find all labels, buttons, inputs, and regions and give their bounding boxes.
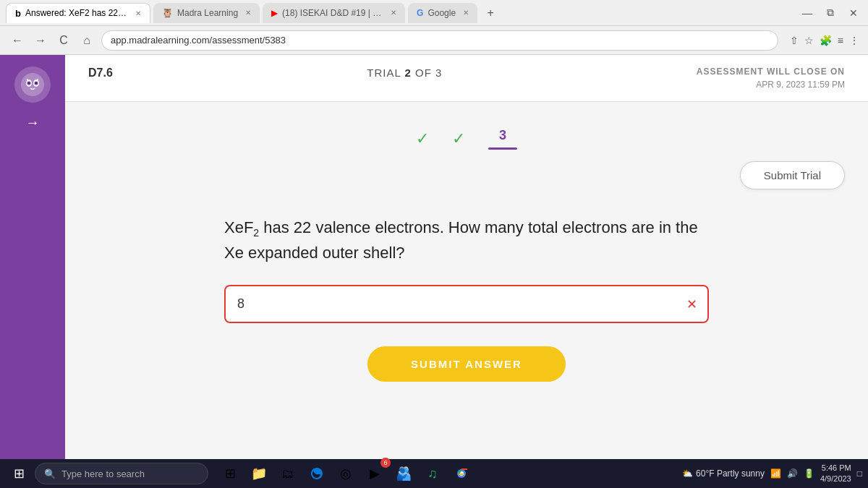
page-container: → D7.6 TRIAL 2 OF 3 ASSESSMENT WILL CLOS…: [0, 55, 868, 488]
forward-button[interactable]: →: [32, 34, 49, 47]
close-btn[interactable]: ✕: [845, 4, 862, 22]
progress-item-1: ✓: [416, 129, 429, 148]
refresh-button[interactable]: C: [55, 34, 72, 47]
window-controls: — ⧉ ✕: [799, 4, 862, 22]
question-area: XeF2 has 22 valence electrons. How many …: [65, 201, 868, 399]
profile-icon[interactable]: ≡: [838, 35, 843, 46]
answer-input[interactable]: [224, 285, 709, 323]
restore-btn[interactable]: ⧉: [822, 4, 839, 22]
submit-trial-button[interactable]: Submit Trial: [740, 161, 845, 189]
subscript-2: 2: [253, 227, 259, 239]
tab-active[interactable]: b Answered: XeF2 has 22 valence e... ✕: [6, 3, 150, 23]
main-content: D7.6 TRIAL 2 OF 3 ASSESSMENT WILL CLOSE …: [65, 55, 868, 488]
trial-info: TRIAL 2 OF 3: [367, 67, 442, 80]
trial-text: TRIAL 2 OF 3: [367, 67, 442, 79]
svg-point-5: [28, 82, 30, 84]
bookmark-icon[interactable]: ☆: [804, 35, 814, 46]
search-placeholder-text: Type here to search: [61, 468, 145, 479]
taskbar: ⊞ 🔍 Type here to search ⊞ 📁 🗂 ◎ ▶ 6 🫂 ♫: [0, 459, 868, 488]
start-button[interactable]: ⊞: [6, 461, 32, 487]
address-text: app.madralearning.com/assessment/5383: [111, 35, 286, 46]
new-tab-button[interactable]: +: [480, 3, 501, 23]
clear-answer-button[interactable]: ✕: [686, 296, 697, 312]
question-text: XeF2 has 22 valence electrons. How many …: [224, 215, 709, 265]
battery-icon: 🔋: [804, 468, 814, 479]
browser-titlebar: b Answered: XeF2 has 22 valence e... ✕ 🦉…: [0, 0, 868, 26]
tab-google[interactable]: G Google ✕: [408, 3, 477, 23]
submit-answer-area: SUBMIT ANSWER: [224, 346, 709, 382]
back-button[interactable]: ←: [9, 34, 26, 47]
sidebar-next-btn[interactable]: →: [25, 114, 40, 131]
tab-icon-yt: ▶: [271, 8, 278, 18]
address-bar[interactable]: app.madralearning.com/assessment/5383: [101, 30, 778, 51]
check-icon-2: ✓: [452, 129, 465, 148]
weather-widget[interactable]: ⛅ 60°F Partly sunny: [682, 468, 765, 479]
tab-label-google: Google: [427, 8, 456, 18]
weather-text: 60°F Partly sunny: [696, 468, 765, 479]
submit-trial-area: Submit Trial: [65, 161, 868, 201]
spotify-button[interactable]: ♫: [420, 461, 446, 487]
svg-point-6: [35, 82, 37, 84]
taskbar-system-tray: ⛅ 60°F Partly sunny 📶 🔊 🔋 5:46 PM 4/9/20…: [682, 463, 862, 485]
edge-button[interactable]: [304, 461, 330, 487]
tab-madra[interactable]: 🦉 Madra Learning ✕: [153, 3, 260, 23]
home-button[interactable]: ⌂: [78, 34, 95, 47]
browser-addressbar: ← → C ⌂ app.madralearning.com/assessment…: [0, 26, 868, 55]
store-button[interactable]: 🗂: [275, 461, 301, 487]
volume-icon: 🔊: [787, 468, 798, 479]
files-button[interactable]: 📁: [246, 461, 272, 487]
madra-owl-logo: [14, 67, 51, 103]
assessment-header: D7.6 TRIAL 2 OF 3 ASSESSMENT WILL CLOSE …: [65, 55, 868, 102]
clock-date: 4/9/2023: [820, 474, 851, 484]
progress-bar: [488, 147, 517, 150]
tab-close-btn[interactable]: ✕: [135, 9, 141, 17]
tab-icon: b: [15, 8, 21, 19]
browser-toolbar-icons: ⇧ ☆ 🧩 ≡ ⋮: [790, 35, 859, 46]
taskbar-apps: ⊞ 📁 🗂 ◎ ▶ 6 🫂 ♫: [217, 461, 475, 487]
tab-close-madra[interactable]: ✕: [245, 9, 251, 17]
network-icon: 📶: [770, 468, 781, 479]
tab-label: Answered: XeF2 has 22 valence e...: [25, 8, 128, 18]
menu-icon[interactable]: ⋮: [849, 35, 859, 46]
current-question-number: 3: [499, 128, 506, 143]
tab-label-yt: (18) ISEKAI D&D #19 | "Attack on ...: [282, 8, 383, 18]
tab-close-yt[interactable]: ✕: [391, 9, 396, 17]
taskbar-search[interactable]: 🔍 Type here to search: [35, 463, 208, 484]
progress-item-3: 3: [488, 128, 517, 150]
svg-point-0: [21, 73, 44, 96]
assessment-close: ASSESSMENT WILL CLOSE ON APR 9, 2023 11:…: [697, 67, 845, 90]
progress-section: ✓ ✓ 3: [65, 108, 868, 161]
taskview-button[interactable]: ⊞: [217, 461, 243, 487]
progress-item-2: ✓: [452, 129, 465, 148]
notification-center-icon[interactable]: □: [857, 468, 862, 479]
minimize-btn[interactable]: —: [799, 4, 816, 22]
tab-icon-madra: 🦉: [162, 8, 173, 18]
tab-label-madra: Madra Learning: [177, 8, 238, 18]
youtube-button[interactable]: ▶ 6: [362, 461, 388, 487]
lesson-code: D7.6: [88, 67, 113, 80]
search-icon: 🔍: [44, 468, 56, 479]
answer-input-container: ✕: [224, 285, 709, 323]
teams-button[interactable]: 🫂: [391, 461, 417, 487]
sidebar: →: [0, 55, 65, 488]
system-clock[interactable]: 5:46 PM 4/9/2023: [820, 463, 851, 485]
cortana-button[interactable]: ◎: [333, 461, 359, 487]
clock-time: 5:46 PM: [820, 463, 851, 474]
extension-icon[interactable]: 🧩: [820, 35, 832, 46]
tab-close-google[interactable]: ✕: [463, 9, 469, 17]
chrome-button[interactable]: [448, 461, 475, 487]
share-icon[interactable]: ⇧: [790, 35, 799, 46]
submit-answer-button[interactable]: SUBMIT ANSWER: [367, 346, 566, 382]
check-icon-1: ✓: [416, 129, 429, 148]
notification-badge: 6: [380, 458, 391, 468]
tab-icon-google: G: [417, 8, 423, 18]
tab-isekai[interactable]: ▶ (18) ISEKAI D&D #19 | "Attack on ... ✕: [263, 3, 405, 23]
weather-icon: ⛅: [682, 468, 693, 479]
